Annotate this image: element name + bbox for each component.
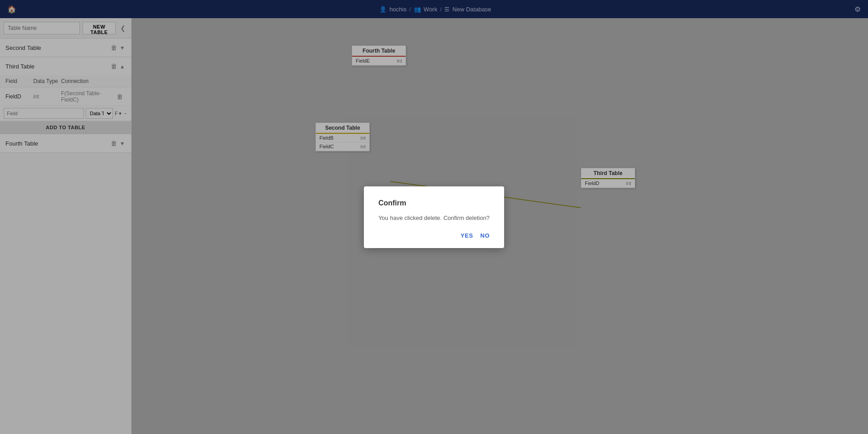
modal-message: You have clicked delete. Confirm deletio… (378, 215, 490, 221)
modal-yes-button[interactable]: YES (461, 232, 473, 239)
modal-title: Confirm (378, 199, 490, 207)
confirm-dialog: Confirm You have clicked delete. Confirm… (364, 186, 504, 248)
modal-overlay: Confirm You have clicked delete. Confirm… (0, 0, 868, 434)
modal-no-button[interactable]: NO (481, 232, 490, 239)
modal-actions: YES NO (378, 232, 490, 239)
